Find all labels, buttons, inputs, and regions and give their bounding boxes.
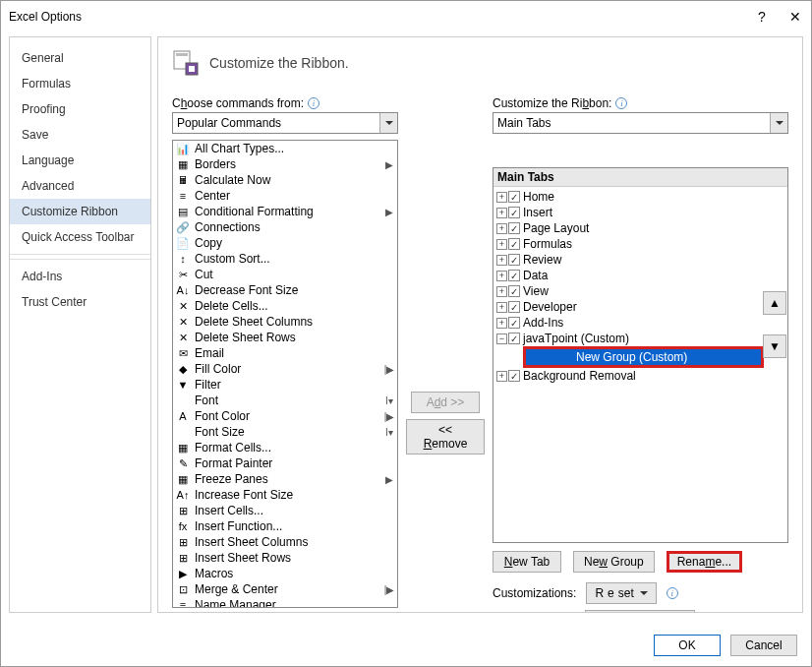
- tree-row[interactable]: +✓View: [493, 283, 787, 299]
- customize-ribbon-label: Customize the Ribbon: i: [493, 96, 788, 110]
- expand-icon[interactable]: −: [496, 334, 507, 344]
- checkbox[interactable]: ✓: [508, 207, 520, 218]
- sidebar-item-language[interactable]: Language: [10, 148, 150, 173]
- tree-row[interactable]: +✓Background Removal: [493, 368, 787, 384]
- list-item[interactable]: ≡Center: [173, 188, 397, 204]
- sidebar-item-advanced[interactable]: Advanced: [10, 173, 150, 199]
- list-item[interactable]: ▦Freeze Panes▶: [173, 471, 397, 487]
- rename-button[interactable]: Rename...: [667, 551, 742, 573]
- help-icon[interactable]: ?: [754, 9, 770, 25]
- list-item[interactable]: ▶Macros: [173, 566, 397, 581]
- tree-row[interactable]: New Group (Custom): [526, 349, 761, 365]
- list-item[interactable]: ⊡Merge & Center|▶: [173, 581, 397, 597]
- expand-icon[interactable]: +: [496, 223, 507, 234]
- list-item[interactable]: 🔗Connections: [173, 219, 397, 235]
- ribbon-tree[interactable]: Main Tabs +✓Home+✓Insert+✓Page Layout+✓F…: [493, 167, 788, 543]
- list-item[interactable]: ✕Delete Sheet Columns: [173, 314, 397, 330]
- list-item[interactable]: AFont Color|▶: [173, 408, 397, 424]
- sidebar-item-general[interactable]: General: [10, 45, 150, 71]
- reset-button[interactable]: Reset: [586, 582, 656, 604]
- sidebar-item-formulas[interactable]: Formulas: [10, 71, 150, 96]
- tree-row[interactable]: +✓Home: [493, 189, 787, 205]
- tree-row[interactable]: −✓javaTpoint (Custom): [493, 331, 787, 346]
- remove-button[interactable]: << Remove: [406, 419, 485, 455]
- checkbox[interactable]: ✓: [508, 238, 520, 250]
- ok-button[interactable]: OK: [654, 635, 721, 656]
- list-item[interactable]: ⊞Insert Sheet Rows: [173, 550, 397, 566]
- sidebar-item-trust-center[interactable]: Trust Center: [10, 289, 150, 315]
- sidebar-item-customize-ribbon[interactable]: Customize Ribbon: [10, 199, 150, 224]
- list-item[interactable]: 📊All Chart Types...: [173, 141, 397, 156]
- import-export-button[interactable]: Import/Export: [585, 610, 695, 613]
- list-item[interactable]: ≡Name Manager: [173, 597, 397, 607]
- list-item[interactable]: 🖩Calculate Now: [173, 172, 397, 188]
- checkbox[interactable]: ✓: [508, 270, 520, 281]
- command-icon: ◆: [175, 362, 191, 376]
- expand-icon[interactable]: +: [496, 286, 507, 297]
- tree-row[interactable]: +✓Insert: [493, 205, 787, 220]
- list-item[interactable]: 📄Copy: [173, 235, 397, 251]
- commands-listbox[interactable]: 📊All Chart Types...▦Borders▶🖩Calculate N…: [172, 140, 398, 608]
- list-item[interactable]: ▤Conditional Formatting▶: [173, 204, 397, 219]
- list-item[interactable]: ▦Borders▶: [173, 156, 397, 172]
- checkbox[interactable]: ✓: [508, 191, 520, 203]
- list-item[interactable]: ✎Format Painter: [173, 455, 397, 471]
- new-group-button[interactable]: New Group: [573, 551, 655, 573]
- sidebar-item-add-ins[interactable]: Add-Ins: [10, 264, 150, 289]
- list-item[interactable]: ⊞Insert Cells...: [173, 503, 397, 518]
- info-icon[interactable]: i: [308, 97, 319, 109]
- tree-row[interactable]: +✓Formulas: [493, 236, 787, 252]
- checkbox[interactable]: ✓: [508, 285, 520, 297]
- expand-icon[interactable]: +: [496, 239, 507, 250]
- cancel-button[interactable]: Cancel: [730, 635, 797, 656]
- sidebar-item-proofing[interactable]: Proofing: [10, 96, 150, 122]
- tree-row[interactable]: +✓Review: [493, 252, 787, 268]
- expand-icon[interactable]: +: [496, 192, 507, 203]
- expand-icon[interactable]: +: [496, 255, 507, 266]
- expand-icon[interactable]: +: [496, 271, 507, 281]
- info-icon[interactable]: i: [667, 587, 678, 599]
- list-item[interactable]: ⊞Insert Sheet Columns: [173, 534, 397, 550]
- list-item[interactable]: A↓Decrease Font Size: [173, 282, 397, 298]
- checkbox[interactable]: ✓: [508, 222, 520, 234]
- command-icon: ✎: [175, 456, 191, 470]
- checkbox[interactable]: ✓: [508, 370, 520, 382]
- list-item[interactable]: ◆Fill Color|▶: [173, 361, 397, 377]
- checkbox[interactable]: ✓: [508, 301, 520, 313]
- choose-from-dropdown[interactable]: Popular Commands: [172, 112, 398, 134]
- list-item[interactable]: ✕Delete Sheet Rows: [173, 330, 397, 345]
- list-item[interactable]: ✕Delete Cells...: [173, 298, 397, 314]
- list-item[interactable]: ▦Format Cells...: [173, 440, 397, 455]
- expand-icon[interactable]: +: [496, 208, 507, 218]
- command-icon: 🖩: [175, 173, 191, 187]
- checkbox[interactable]: ✓: [508, 254, 520, 266]
- list-item[interactable]: ▼Filter: [173, 377, 397, 393]
- list-item[interactable]: ↕Custom Sort...: [173, 251, 397, 267]
- tree-row[interactable]: +✓Data: [493, 268, 787, 283]
- checkbox[interactable]: ✓: [508, 317, 520, 329]
- chevron-down-icon[interactable]: [770, 113, 787, 133]
- list-item[interactable]: ✉Email: [173, 345, 397, 361]
- chevron-down-icon[interactable]: [379, 113, 397, 133]
- tree-row[interactable]: +✓Developer: [493, 299, 787, 315]
- add-button[interactable]: Add >>: [411, 392, 480, 413]
- checkbox[interactable]: ✓: [508, 333, 520, 344]
- move-down-button[interactable]: ▼: [763, 334, 786, 358]
- move-up-button[interactable]: ▲: [763, 291, 786, 315]
- list-item[interactable]: fxInsert Function...: [173, 518, 397, 534]
- new-tab-button[interactable]: New Tab: [493, 551, 561, 573]
- tree-row[interactable]: +✓Add-Ins: [493, 315, 787, 331]
- expand-icon[interactable]: +: [496, 302, 507, 313]
- sidebar-item-quick-access-toolbar[interactable]: Quick Access Toolbar: [10, 224, 150, 250]
- close-icon[interactable]: ✕: [787, 9, 803, 25]
- list-item[interactable]: FontI▾: [173, 393, 397, 408]
- expand-icon[interactable]: +: [496, 371, 507, 382]
- list-item[interactable]: ✂Cut: [173, 267, 397, 282]
- list-item[interactable]: Font SizeI▾: [173, 424, 397, 440]
- ribbon-scope-dropdown[interactable]: Main Tabs: [493, 112, 788, 134]
- expand-icon[interactable]: +: [496, 318, 507, 329]
- list-item[interactable]: A↑Increase Font Size: [173, 487, 397, 503]
- tree-row[interactable]: +✓Page Layout: [493, 220, 787, 236]
- sidebar-item-save[interactable]: Save: [10, 122, 150, 148]
- info-icon[interactable]: i: [615, 97, 627, 109]
